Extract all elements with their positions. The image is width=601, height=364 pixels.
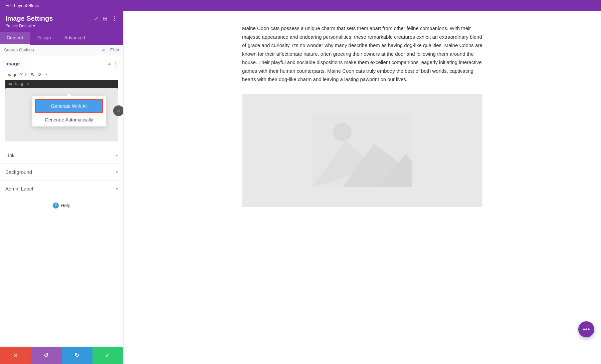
image-placeholder-container: AI ↻ 🗑 ✓: [5, 80, 118, 141]
section-admin-label: Admin Label ▾: [0, 180, 123, 197]
search-input[interactable]: [4, 47, 102, 52]
columns-icon[interactable]: ⊞: [102, 15, 108, 22]
help-label[interactable]: Help: [61, 203, 70, 208]
section-more-icon[interactable]: ⋮: [114, 61, 118, 66]
sidebar-title-group: Image Settings Preset: Default ▾: [5, 15, 53, 28]
filter-button[interactable]: ⊕ + Filter: [102, 48, 119, 52]
section-background: Background ▾: [0, 164, 123, 180]
resize-handle[interactable]: ↔: [113, 105, 123, 116]
section-background-chevron[interactable]: ▾: [116, 170, 118, 174]
section-admin-label-chevron[interactable]: ▾: [116, 187, 118, 191]
image-reset-icon[interactable]: ↺: [37, 72, 41, 77]
search-bar: ⊕ + Filter: [0, 45, 123, 55]
section-admin-label-title: Admin Label: [5, 186, 33, 192]
help-icon: ?: [53, 203, 59, 209]
section-background-title: Background: [5, 169, 32, 175]
tab-design[interactable]: Design: [30, 32, 58, 45]
section-link: Link ▾: [0, 147, 123, 164]
main-area: Image Settings Preset: Default ▾ ⤢ ⊞ ⋮ C…: [0, 11, 601, 364]
image-top-bar: AI ↻ 🗑 ✓: [5, 80, 118, 88]
section-image-header[interactable]: Image ▲ ⋮: [0, 55, 123, 72]
check-icon[interactable]: ✓: [27, 82, 30, 86]
sidebar: Image Settings Preset: Default ▾ ⤢ ⊞ ⋮ C…: [0, 11, 124, 364]
section-link-header[interactable]: Link ▾: [0, 147, 123, 163]
sidebar-header-icons: ⤢ ⊞ ⋮: [93, 15, 118, 22]
generate-auto-button[interactable]: Generate Automatically: [32, 114, 106, 125]
rotate-icon[interactable]: ↻: [15, 82, 18, 86]
fab-icon: •••: [583, 326, 590, 333]
svg-point-5: [333, 123, 352, 141]
section-link-chevron[interactable]: ▾: [116, 153, 118, 158]
image-section-content: Image ? □ ↖ ↺ ⋮ AI ↻ 🗑 ✓: [0, 72, 123, 147]
section-image: Image ▲ ⋮ Image ? □ ↖ ↺ ⋮: [0, 55, 123, 147]
sidebar-preset: Preset: Default ▾: [5, 24, 53, 28]
preview-placeholder-svg: [312, 110, 412, 191]
tab-advanced[interactable]: Advanced: [58, 32, 92, 45]
tab-content[interactable]: Content: [0, 32, 30, 45]
trash-icon[interactable]: 🗑: [20, 82, 24, 86]
main-content: Maine Coon cats possess a unique charm t…: [124, 11, 601, 364]
image-cursor-icon[interactable]: ↖: [31, 72, 35, 77]
section-link-title: Link: [5, 152, 15, 158]
top-bar-title: Edit Layout Block: [5, 3, 39, 8]
bottom-bar: ✕ ↺ ↻ ✓: [0, 347, 123, 364]
article-text: Maine Coon cats possess a unique charm t…: [242, 24, 482, 84]
image-device-icon[interactable]: □: [25, 72, 28, 77]
sidebar-content: Image ▲ ⋮ Image ? □ ↖ ↺ ⋮: [0, 55, 123, 347]
ai-dropdown-popup: Generate With AI Generate Automatically: [32, 96, 106, 126]
tabs: Content Design Advanced: [0, 32, 123, 45]
section-expand-icon[interactable]: ▲: [107, 61, 112, 66]
image-label: Image: [5, 72, 17, 77]
undo-button[interactable]: ↺: [31, 347, 61, 364]
section-admin-label-header[interactable]: Admin Label ▾: [0, 180, 123, 197]
help-section: ? Help: [0, 197, 123, 214]
image-preview-large: [242, 94, 482, 207]
image-more-icon[interactable]: ⋮: [44, 72, 49, 77]
save-button[interactable]: ✓: [92, 347, 123, 364]
expand-icon[interactable]: ⤢: [93, 15, 99, 22]
sidebar-header: Image Settings Preset: Default ▾ ⤢ ⊞ ⋮: [0, 11, 123, 32]
more-options-icon[interactable]: ⋮: [111, 15, 118, 22]
generate-ai-button[interactable]: Generate With AI: [35, 99, 103, 113]
image-help-icon[interactable]: ?: [20, 72, 23, 77]
sidebar-header-top: Image Settings Preset: Default ▾ ⤢ ⊞ ⋮: [5, 15, 118, 28]
section-image-title: Image: [5, 61, 20, 66]
cancel-button[interactable]: ✕: [0, 347, 31, 364]
section-image-controls: ▲ ⋮: [107, 61, 118, 66]
redo-button[interactable]: ↻: [62, 347, 92, 364]
section-background-header[interactable]: Background ▾: [0, 164, 123, 180]
image-toolbar: Image ? □ ↖ ↺ ⋮: [5, 72, 118, 77]
top-bar: Edit Layout Block: [0, 0, 601, 11]
sidebar-title: Image Settings: [5, 15, 53, 22]
fab-button[interactable]: •••: [578, 321, 594, 337]
ai-icon[interactable]: AI: [9, 82, 12, 86]
